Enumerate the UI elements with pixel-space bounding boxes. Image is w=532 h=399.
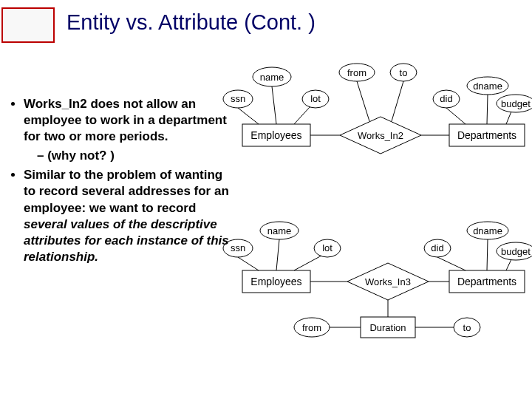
bullet-list: Works_In2 does not allow an employee to … xyxy=(10,96,232,265)
bullet-2-text-b: several values of the descriptive attrib… xyxy=(24,217,229,264)
bullet-1-text: Works_In2 does not allow an employee to … xyxy=(24,97,227,143)
bullet-2-text-a: Similar to the problem of wanting to rec… xyxy=(24,168,229,214)
svg-line-11 xyxy=(276,239,279,270)
d2-duration-label: Duration xyxy=(369,322,406,333)
svg-line-8 xyxy=(487,95,488,124)
d2-budget-label: budget xyxy=(501,246,531,257)
bullet-1: Works_In2 does not allow an employee to … xyxy=(24,96,232,164)
svg-line-16 xyxy=(487,239,488,270)
svg-line-0 xyxy=(238,108,259,124)
svg-line-7 xyxy=(446,108,466,124)
svg-line-4 xyxy=(392,81,403,121)
svg-line-17 xyxy=(506,259,511,270)
d2-did-label: did xyxy=(431,242,443,253)
d2-employees-label: Employees xyxy=(250,276,301,287)
d2-from-label: from xyxy=(302,322,321,333)
svg-line-12 xyxy=(294,256,321,270)
svg-line-3 xyxy=(357,81,369,121)
d2-lot-label: lot xyxy=(322,242,332,253)
bullet-1-sub: (why not? ) xyxy=(37,148,232,164)
d1-lot-label: lot xyxy=(310,93,321,104)
d1-dname-label: dname xyxy=(473,81,502,92)
logo-image xyxy=(1,7,55,43)
header: Entity vs. Attribute (Cont. ) xyxy=(0,6,532,50)
d1-departments-label: Departments xyxy=(457,129,516,141)
bullet-2: Similar to the problem of wanting to rec… xyxy=(24,167,232,265)
d1-budget-label: budget xyxy=(501,98,531,109)
d1-worksin-label: Works_In2 xyxy=(358,130,403,141)
svg-line-15 xyxy=(437,257,466,270)
d2-name-label: name xyxy=(267,225,292,236)
d1-from-label: from xyxy=(347,67,366,78)
d2-to-label: to xyxy=(463,322,471,333)
d1-did-label: did xyxy=(440,93,452,104)
svg-line-2 xyxy=(294,106,310,124)
svg-line-10 xyxy=(238,257,259,270)
slide-title: Entity vs. Attribute (Cont. ) xyxy=(66,10,316,35)
d1-employees-label: Employees xyxy=(250,129,301,141)
svg-line-1 xyxy=(272,86,276,124)
d1-name-label: name xyxy=(260,72,284,83)
d2-ssn-label: ssn xyxy=(231,242,245,253)
d1-to-label: to xyxy=(400,67,408,78)
d1-ssn-label: ssn xyxy=(231,93,245,104)
d2-worksin-label: Works_In3 xyxy=(365,276,411,287)
svg-line-9 xyxy=(506,112,511,124)
d2-departments-label: Departments xyxy=(457,276,516,287)
d2-dname-label: dname xyxy=(473,225,502,236)
